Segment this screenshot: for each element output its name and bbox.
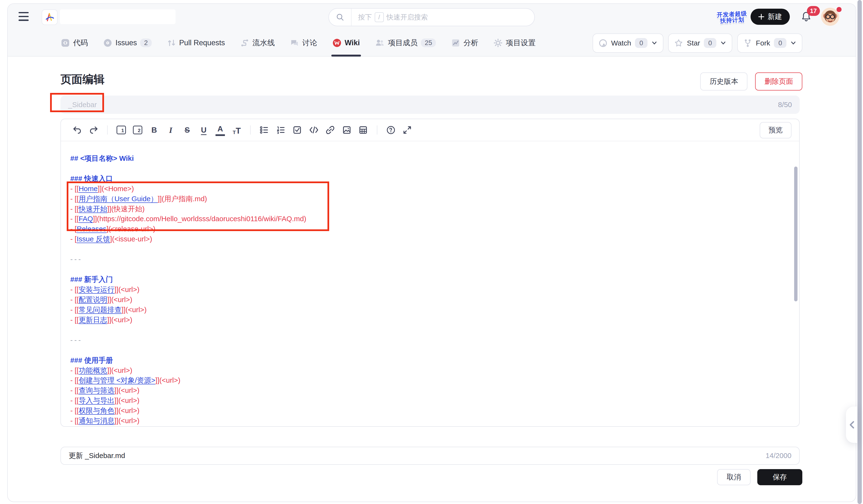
editor-lines: ## <项目名称> Wiki ### 快速入口- [[Home]](<Home>… <box>61 141 799 426</box>
top-navbar: 按下 / 快速开启搜索 开发者超级 扶持计划 新建 17 <box>8 4 856 29</box>
editor-line: - [[创建与管理 <对象/资源>]](<url>) <box>70 375 788 385</box>
editor-line: - [[FAQ]](https://gitcode.com/Hello_worl… <box>70 214 788 224</box>
chevron-down-icon <box>651 40 658 46</box>
bold-icon[interactable]: B <box>150 125 159 135</box>
italic-icon[interactable]: I <box>166 125 176 135</box>
editor-line: - [[通知与消息]](<url>) <box>70 416 788 426</box>
watch-count: 0 <box>635 38 648 48</box>
toolbar-separator <box>377 125 377 135</box>
editor-line: ### 使用手册 <box>70 355 788 365</box>
text-size-icon[interactable]: TT <box>232 125 241 135</box>
tab-analytics[interactable]: 分析 <box>451 29 478 56</box>
tab-pipelines[interactable]: 流水线 <box>240 29 275 56</box>
global-search-input[interactable]: 按下 / 快速开启搜索 <box>328 8 535 26</box>
editor-line: - [[查询与筛选]](<url>) <box>70 385 788 395</box>
delete-page-button[interactable]: 删除页面 <box>755 73 802 90</box>
star-button[interactable]: Star 0 <box>668 34 732 52</box>
issues-count-badge: 2 <box>140 38 151 47</box>
new-button[interactable]: 新建 <box>751 9 790 25</box>
strikethrough-icon[interactable]: S <box>183 125 192 135</box>
fullscreen-icon[interactable] <box>403 125 412 135</box>
help-icon[interactable] <box>386 125 396 135</box>
tab-issues[interactable]: Issues 2 <box>103 29 151 56</box>
page-name-value: _Sidebar <box>68 101 97 109</box>
page-name-input[interactable]: _Sidebar 8/50 <box>60 96 800 114</box>
slash-key-icon: / <box>375 12 384 22</box>
fork-button[interactable]: Fork 0 <box>737 34 803 52</box>
editor-line: ### 快速入口 <box>70 174 788 184</box>
toolbar-separator <box>107 125 108 135</box>
tab-discussions[interactable]: 讨论 <box>290 29 317 56</box>
form-actions: 取消 保存 <box>717 469 802 485</box>
search-placeholder: 按下 / 快速开启搜索 <box>358 12 428 22</box>
editor-line <box>70 345 788 355</box>
hamburger-menu-icon[interactable] <box>18 12 28 21</box>
link-icon[interactable] <box>326 125 335 135</box>
members-icon <box>375 38 385 47</box>
editor-line: - [[配置说明]](<url>) <box>70 294 788 305</box>
editor-line <box>70 163 788 174</box>
chevron-down-icon <box>720 40 726 46</box>
toolbar-separator <box>250 125 251 135</box>
chevron-down-icon <box>790 40 796 46</box>
editor-line: - [[用户指南（User Guide）]](用户指南.md) <box>70 194 788 204</box>
logo-mark-icon <box>45 12 55 22</box>
page-title: 页面编辑 <box>60 72 104 87</box>
table-icon[interactable] <box>359 125 368 135</box>
tab-code[interactable]: 代码 <box>61 29 88 56</box>
editor-line <box>70 264 788 274</box>
ordered-list-icon[interactable] <box>276 125 285 135</box>
image-icon[interactable] <box>342 125 352 135</box>
chat-icon <box>290 38 299 47</box>
save-button[interactable]: 保存 <box>757 469 802 485</box>
code-block-icon[interactable] <box>309 125 318 135</box>
preview-button[interactable]: 预览 <box>760 122 791 138</box>
undo-icon[interactable] <box>73 125 82 135</box>
commit-message-value: 更新 _Sidebar.md <box>68 451 125 461</box>
repo-actions: Watch 0 Star 0 Fork 0 <box>592 34 803 52</box>
tab-settings[interactable]: 项目设置 <box>493 29 536 56</box>
editor-scrollbar-thumb[interactable] <box>794 166 798 301</box>
fork-count: 0 <box>774 38 786 48</box>
page-scrollbar-thumb[interactable] <box>858 0 862 504</box>
font-color-icon[interactable]: A <box>215 124 225 136</box>
fork-icon <box>743 39 752 48</box>
promo-badge[interactable]: 开发者超级 扶持计划 <box>716 5 748 29</box>
underline-icon[interactable]: U <box>199 125 209 135</box>
heading1-icon[interactable]: 1 <box>116 126 126 135</box>
editor-line <box>70 325 788 335</box>
repo-tabbar: 代码 Issues 2 Pull Requests 流水线 讨论 Wiki <box>8 29 856 56</box>
tab-members[interactable]: 项目成员 25 <box>375 29 436 56</box>
editor-line: - [[常见问题排查]](<url>) <box>70 305 788 315</box>
pipeline-icon <box>240 38 249 47</box>
editor-line: - [[安装与运行]](<url>) <box>70 285 788 294</box>
editor-line: --- <box>70 254 788 264</box>
editor-line <box>70 244 788 254</box>
star-count: 0 <box>704 38 716 48</box>
page-name-counter: 8/50 <box>778 101 792 109</box>
site-logo[interactable] <box>42 9 58 25</box>
heading2-icon[interactable]: 2 <box>133 126 142 135</box>
history-button[interactable]: 历史版本 <box>700 73 747 90</box>
commit-message-input[interactable]: 更新 _Sidebar.md 14/2000 <box>60 447 800 465</box>
editor-content[interactable]: ## <项目名称> Wiki ### 快速入口- [[Home]](<Home>… <box>61 141 799 427</box>
app-root: 按下 / 快速开启搜索 开发者超级 扶持计划 新建 17 <box>0 0 863 504</box>
pull-request-icon <box>167 38 176 47</box>
watch-button[interactable]: Watch 0 <box>592 34 663 52</box>
avatar-status-dot <box>837 7 841 12</box>
editor-toolbar: 1 2 B I S U A TT 预览 <box>61 119 799 141</box>
cancel-button[interactable]: 取消 <box>717 469 751 485</box>
star-icon <box>674 39 683 48</box>
commit-message-counter: 14/2000 <box>765 452 791 460</box>
app-window: 按下 / 快速开启搜索 开发者超级 扶持计划 新建 17 <box>7 3 856 502</box>
tab-wiki[interactable]: Wiki <box>333 29 360 56</box>
side-panel-toggle[interactable] <box>846 406 858 443</box>
task-list-icon[interactable] <box>292 125 302 135</box>
members-count-badge: 25 <box>421 38 436 47</box>
bullet-list-icon[interactable] <box>260 125 269 135</box>
tab-pull-requests[interactable]: Pull Requests <box>167 29 225 56</box>
issue-icon <box>103 38 112 47</box>
editor-line: - [Issue 反馈](<issue-url>) <box>70 234 788 244</box>
redo-icon[interactable] <box>89 125 99 135</box>
editor-line: - [[权限与角色]](<url>) <box>70 405 788 416</box>
